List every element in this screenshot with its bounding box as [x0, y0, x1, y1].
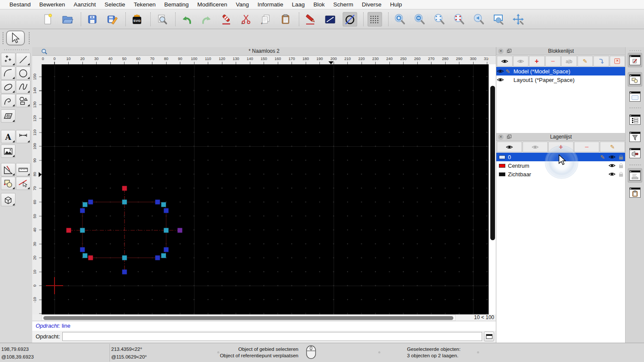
selected-shape[interactable]	[42, 64, 489, 314]
polygon-tool-button[interactable]	[16, 94, 30, 107]
selection-handle-mid[interactable]	[161, 253, 166, 258]
circle-tool-button[interactable]	[16, 66, 30, 80]
menu-aanzicht[interactable]: Aanzicht	[70, 0, 100, 9]
visibility-eye-icon[interactable]	[608, 154, 616, 160]
rename-block-button[interactable]: a|b	[561, 56, 577, 66]
menu-hulp[interactable]: Hulp	[386, 0, 406, 9]
vertical-scrollbar[interactable]	[489, 64, 496, 314]
clipboard-widget-toggle[interactable]	[628, 185, 642, 200]
menu-scherm[interactable]: Scherm	[329, 0, 358, 9]
draw-attributes-button[interactable]	[303, 12, 318, 27]
pen-list-widget-toggle[interactable]	[628, 112, 642, 127]
new-document-button[interactable]	[40, 12, 55, 27]
delete-entity-button[interactable]	[219, 12, 234, 27]
document-title-bar[interactable]: * Naamloos 2	[32, 47, 496, 56]
selection-handle-mid[interactable]	[122, 200, 127, 205]
edit-pencil-icon[interactable]: ✎	[600, 154, 605, 160]
pen-widget-toggle[interactable]	[628, 53, 642, 67]
menu-modificeren[interactable]: Modificeren	[193, 0, 232, 9]
horizontal-scrollbar[interactable]	[42, 314, 456, 321]
drag-handle[interactable]	[3, 49, 28, 51]
command-widget-toggle[interactable]	[628, 168, 642, 183]
visibility-eye-icon[interactable]	[608, 172, 616, 177]
visibility-eye-icon[interactable]	[496, 69, 504, 74]
close-icon[interactable]: ✕	[498, 48, 504, 54]
selection-handle-ref[interactable]	[67, 228, 71, 233]
menu-bestand[interactable]: Bestand	[5, 0, 35, 9]
edit-block-button[interactable]: ✎	[577, 56, 593, 66]
image-tool-button[interactable]	[1, 145, 15, 158]
selection-handle-mid[interactable]	[80, 228, 85, 233]
horizontal-scrollbar-thumb[interactable]	[43, 316, 453, 320]
selection-handle-vertex[interactable]	[80, 208, 85, 213]
zoom-window-button[interactable]	[491, 12, 506, 27]
drawing-canvas[interactable]	[42, 64, 489, 314]
selection-handle-mid[interactable]	[164, 228, 169, 233]
float-icon[interactable]	[506, 48, 511, 54]
polyline-tool-button[interactable]	[1, 94, 15, 107]
lock-icon[interactable]	[619, 165, 623, 168]
drag-handle[interactable]	[28, 32, 30, 45]
remove-layer-button[interactable]: −	[574, 142, 599, 152]
selection-handle-vertex[interactable]	[88, 200, 93, 205]
selection-handle-mid[interactable]	[83, 202, 88, 207]
line-tool-button[interactable]	[16, 53, 30, 66]
ruler-tool-button[interactable]	[16, 163, 30, 176]
dimension-tool-button[interactable]	[16, 130, 30, 143]
command-input[interactable]	[62, 332, 482, 341]
cut-button[interactable]: +	[239, 12, 253, 27]
export-svg-button[interactable]: SVG	[130, 12, 144, 27]
selection-handle-mid[interactable]	[122, 256, 127, 260]
menu-tekenen[interactable]: Tekenen	[129, 0, 160, 9]
selection-handle-vertex[interactable]	[164, 208, 169, 213]
show-all-layers-button[interactable]	[497, 142, 522, 152]
insert-block-button[interactable]	[593, 56, 609, 66]
edit-pencil-icon[interactable]: ✎	[504, 68, 512, 75]
selection-handle-ref[interactable]	[88, 256, 93, 260]
menu-blok[interactable]: Blok	[309, 0, 329, 9]
menu-vang[interactable]: Vang	[231, 0, 253, 9]
block-row[interactable]: ✎Model (*Model_Space)	[496, 67, 626, 75]
zoom-in-button[interactable]	[392, 12, 407, 27]
copy-button[interactable]: +	[258, 12, 273, 27]
selection-handle-ref[interactable]	[122, 186, 127, 191]
selection-handle-vertex[interactable]	[164, 247, 169, 252]
selection-handle-mid[interactable]	[83, 253, 88, 258]
purge-block-button[interactable]: ✕	[610, 56, 626, 66]
menu-informatie[interactable]: Informatie	[253, 0, 288, 9]
edit-layer-button[interactable]: ✎	[600, 142, 625, 152]
paste-button[interactable]	[278, 12, 293, 27]
block-tool-button[interactable]	[1, 177, 15, 190]
demolish-widget-toggle[interactable]	[628, 146, 642, 160]
remove-block-button[interactable]: −	[545, 56, 561, 66]
menu-diverse[interactable]: Diverse	[358, 0, 386, 9]
zoom-selected-button[interactable]	[452, 12, 466, 27]
hatch-tool-button[interactable]	[1, 109, 15, 123]
redo-button[interactable]	[199, 12, 214, 27]
drag-handle[interactable]	[629, 50, 641, 51]
visibility-eye-icon[interactable]	[608, 163, 616, 168]
menu-laag[interactable]: Laag	[288, 0, 309, 9]
line-order-button[interactable]	[323, 12, 337, 27]
add-block-button[interactable]: +	[529, 56, 545, 66]
show-all-blocks-button[interactable]	[497, 56, 513, 66]
spline-tool-button[interactable]	[16, 80, 30, 94]
library-widget-toggle[interactable]	[628, 89, 642, 104]
drag-handle[interactable]	[2, 32, 4, 45]
points-tool-button[interactable]	[1, 53, 15, 66]
circle-slash-button[interactable]	[343, 12, 357, 27]
grid-toggle-button[interactable]	[368, 12, 382, 27]
menu-bewerken[interactable]: Bewerken	[35, 0, 70, 9]
lock-icon[interactable]	[619, 174, 623, 177]
menu-bemating[interactable]: Bemating	[160, 0, 193, 9]
selection-handle-mid[interactable]	[161, 202, 166, 207]
divide-tool-button[interactable]	[16, 177, 30, 190]
vertical-scrollbar-thumb[interactable]	[490, 86, 495, 240]
selection-handle-vertex[interactable]	[155, 200, 160, 205]
selection-handle-vertex[interactable]	[122, 270, 127, 275]
save-as-button[interactable]	[105, 12, 119, 27]
open-file-button[interactable]	[60, 12, 75, 27]
visibility-eye-icon[interactable]	[496, 77, 504, 82]
float-icon[interactable]	[506, 134, 511, 140]
menu-selectie[interactable]: Selectie	[100, 0, 129, 9]
